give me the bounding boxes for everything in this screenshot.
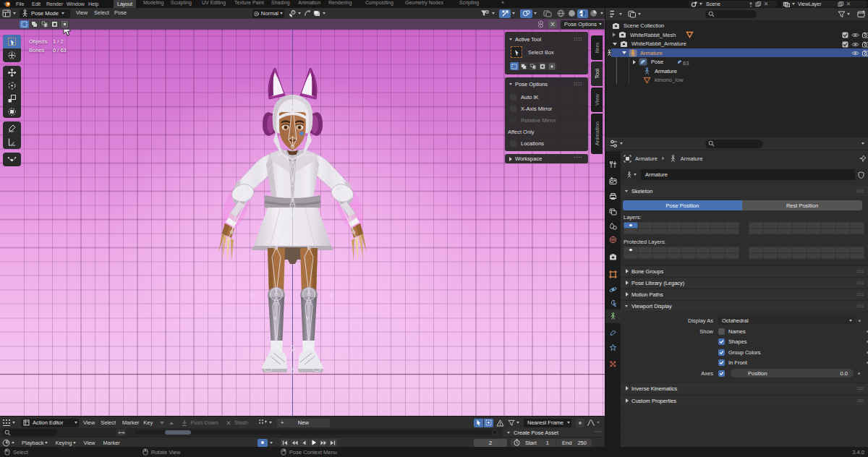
svg-text:?: ? bbox=[292, 10, 294, 14]
svg-text:Y: Y bbox=[306, 316, 310, 321]
svg-text:X: X bbox=[330, 293, 333, 298]
svg-text:Y: Y bbox=[273, 316, 277, 321]
svg-text:X: X bbox=[250, 293, 253, 298]
